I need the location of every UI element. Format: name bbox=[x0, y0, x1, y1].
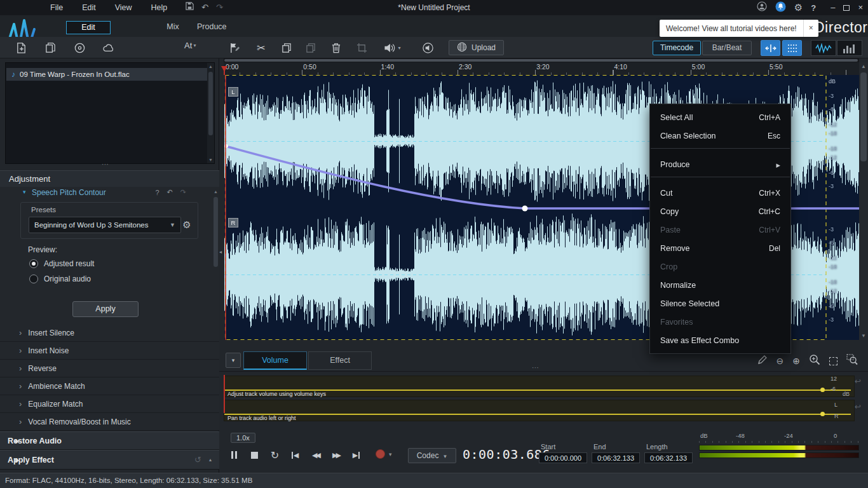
upload-button[interactable]: Upload bbox=[449, 40, 504, 55]
context-menu-item[interactable]: Produce bbox=[650, 155, 790, 173]
maximize-button[interactable] bbox=[843, 5, 850, 11]
zoom-selection-icon[interactable] bbox=[809, 354, 820, 368]
adjustment-tool-row[interactable]: › Reverse bbox=[0, 360, 219, 377]
crop-trim-icon[interactable] bbox=[353, 40, 370, 55]
rewind-button[interactable]: ◀◀ bbox=[308, 447, 323, 463]
pan-envelope-endpoint[interactable] bbox=[820, 412, 825, 416]
loop-button[interactable]: ↻ bbox=[268, 447, 282, 463]
timecode-toggle-button[interactable]: Timecode bbox=[653, 41, 701, 55]
skip-to-end-button[interactable]: ▶ bbox=[349, 447, 363, 463]
timeline-ruler[interactable]: 0:000:501:402:303:204:105:005:50 bbox=[224, 62, 859, 75]
radio-selected-icon[interactable] bbox=[29, 259, 38, 268]
context-menu-item[interactable]: Copy Ctrl+C bbox=[650, 202, 790, 220]
field-value[interactable]: 0:06:32.133 bbox=[592, 452, 640, 463]
adjusted-result-radio[interactable]: Adjusted result bbox=[29, 259, 94, 268]
chevron-down-icon[interactable]: ▾ bbox=[389, 451, 392, 458]
barbeat-toggle-button[interactable]: Bar/Beat bbox=[702, 41, 752, 55]
pause-button[interactable] bbox=[227, 447, 241, 463]
pan-envelope-line[interactable] bbox=[224, 414, 851, 415]
adjustment-tool-row[interactable]: › Vocal Removal/Boost in Music bbox=[0, 413, 219, 431]
adjustment-tool-row[interactable]: › Insert Silence bbox=[0, 324, 219, 342]
zoom-tool-icon[interactable] bbox=[846, 354, 858, 368]
context-menu-item[interactable]: Crop bbox=[650, 257, 790, 276]
pan-envelope-strip[interactable]: Pan track audio left or right bbox=[224, 400, 855, 421]
reset-icon[interactable]: ↺ bbox=[194, 455, 201, 464]
adjustment-scrollbar[interactable]: ▲ bbox=[213, 188, 219, 430]
tab-effect[interactable]: Effect bbox=[308, 351, 372, 370]
context-menu-item[interactable] bbox=[650, 177, 790, 184]
scrollbar-thumb[interactable] bbox=[214, 197, 218, 267]
collapse-left-icon[interactable]: ◂ bbox=[219, 249, 222, 255]
cloud-icon[interactable] bbox=[100, 40, 117, 55]
apply-button[interactable]: Apply bbox=[72, 301, 139, 317]
scroll-up-arrow-icon[interactable]: ▲ bbox=[859, 64, 868, 69]
radio-unselected-icon[interactable] bbox=[29, 274, 38, 283]
preset-settings-gear-icon[interactable]: ⚙ bbox=[180, 218, 194, 232]
redo-icon[interactable]: ↷ bbox=[180, 188, 186, 196]
loop-preview-icon[interactable] bbox=[419, 40, 436, 55]
context-menu-item[interactable]: Cut Ctrl+X bbox=[650, 184, 790, 202]
library-scrollbar[interactable]: ▲ ▼ bbox=[207, 63, 214, 163]
export-file-icon[interactable] bbox=[42, 40, 58, 55]
panel-collapse-strip[interactable]: ◂ bbox=[219, 58, 224, 348]
grid-toggle-button[interactable] bbox=[782, 40, 802, 56]
waveform-scrollbar[interactable]: ▲ ▼ bbox=[859, 62, 868, 340]
adjustment-tool-row[interactable]: › Insert Noise bbox=[0, 342, 219, 360]
scroll-up-arrow-icon[interactable]: ▲ bbox=[207, 64, 214, 69]
account-icon[interactable] bbox=[757, 1, 767, 14]
tooltip-close-icon[interactable]: × bbox=[803, 20, 818, 37]
collapse-arrow-icon[interactable]: ▴ bbox=[209, 457, 212, 463]
record-button[interactable]: ▾ bbox=[376, 449, 392, 459]
panel-resize-handle[interactable]: ⋯ bbox=[102, 160, 110, 168]
library-item-selected[interactable]: ♪ 09 Time Warp - Frozen In Out.flac bbox=[6, 68, 208, 81]
text-size-tool[interactable]: At ▾ bbox=[184, 41, 196, 50]
zoom-out-icon[interactable]: ⊖ bbox=[776, 355, 784, 367]
playback-speed-button[interactable]: 1.0x bbox=[231, 433, 255, 443]
volume-envelope-endpoint[interactable] bbox=[820, 388, 825, 392]
snap-toggle-button[interactable] bbox=[761, 40, 780, 56]
mode-tab[interactable]: Edit bbox=[66, 21, 111, 34]
paste-icon[interactable] bbox=[302, 40, 319, 55]
context-menu-item[interactable]: Remove Del bbox=[650, 239, 790, 257]
spectrum-view-button[interactable] bbox=[837, 40, 862, 56]
envelope-dropdown-button[interactable]: ▾ bbox=[226, 353, 241, 368]
delete-trash-icon[interactable] bbox=[328, 40, 344, 55]
adjustment-tool-row[interactable]: › Equalizer Match bbox=[0, 395, 219, 413]
copy-icon[interactable] bbox=[278, 40, 295, 55]
undo-icon[interactable]: ↶ bbox=[167, 188, 173, 196]
scroll-down-arrow-icon[interactable]: ▼ bbox=[859, 333, 868, 339]
context-menu-item[interactable] bbox=[650, 148, 790, 155]
fit-region-icon[interactable] bbox=[829, 357, 837, 365]
context-menu-item[interactable]: Favorites bbox=[650, 313, 790, 331]
context-menu-item[interactable]: Select All Ctrl+A bbox=[650, 108, 790, 126]
settings-gear-icon[interactable]: ⚙ bbox=[794, 0, 803, 15]
range-bar-thumb[interactable] bbox=[224, 59, 858, 62]
scroll-down-arrow-icon[interactable]: ▼ bbox=[207, 158, 214, 162]
field-value[interactable]: 0:00:00.000 bbox=[539, 452, 587, 463]
fast-forward-button[interactable]: ▶▶ bbox=[329, 447, 343, 463]
adjustment-tool-row[interactable]: › Ambience Match bbox=[0, 377, 219, 395]
speech-pitch-contour-section[interactable]: ▾ Speech Pitch Contour ? ↶ ↷ bbox=[0, 187, 219, 201]
edit-marker-icon[interactable] bbox=[226, 40, 243, 55]
reset-volume-envelope-icon[interactable]: ↩ bbox=[855, 377, 861, 386]
stop-button[interactable] bbox=[247, 447, 262, 463]
restore-audio-header[interactable]: ▶ Restore Audio bbox=[0, 431, 219, 450]
waveform-view-button[interactable] bbox=[811, 40, 836, 56]
preset-dropdown[interactable]: Beginning of Word Up 3 Semitones ▼ bbox=[29, 217, 181, 233]
notifications-icon[interactable] bbox=[775, 1, 786, 15]
apply-effect-header[interactable]: ▶ Apply Effect ↺ ▴ bbox=[0, 450, 219, 470]
context-menu-item[interactable]: Paste Ctrl+V bbox=[650, 220, 790, 239]
help-icon[interactable]: ? bbox=[811, 3, 816, 13]
scroll-up-arrow-icon[interactable]: ▲ bbox=[213, 189, 219, 194]
draw-envelope-icon[interactable] bbox=[757, 355, 768, 367]
strips-resize-handle[interactable]: ⋯ bbox=[532, 363, 540, 372]
mode-tab[interactable]: Mix bbox=[149, 21, 197, 34]
skip-to-start-button[interactable]: ◀ bbox=[288, 447, 302, 463]
volume-envelope-strip[interactable]: Adjust track volume using volume keys bbox=[224, 376, 855, 397]
reset-pan-envelope-icon[interactable]: ↩ bbox=[855, 402, 861, 411]
scrollbar-thumb[interactable] bbox=[860, 72, 867, 161]
context-menu-item[interactable]: Save as Effect Combo bbox=[650, 331, 790, 349]
scrollbar-thumb[interactable] bbox=[208, 72, 213, 135]
burn-disc-icon[interactable] bbox=[71, 40, 88, 55]
context-menu-item[interactable]: Clean Selection Esc bbox=[650, 126, 790, 145]
